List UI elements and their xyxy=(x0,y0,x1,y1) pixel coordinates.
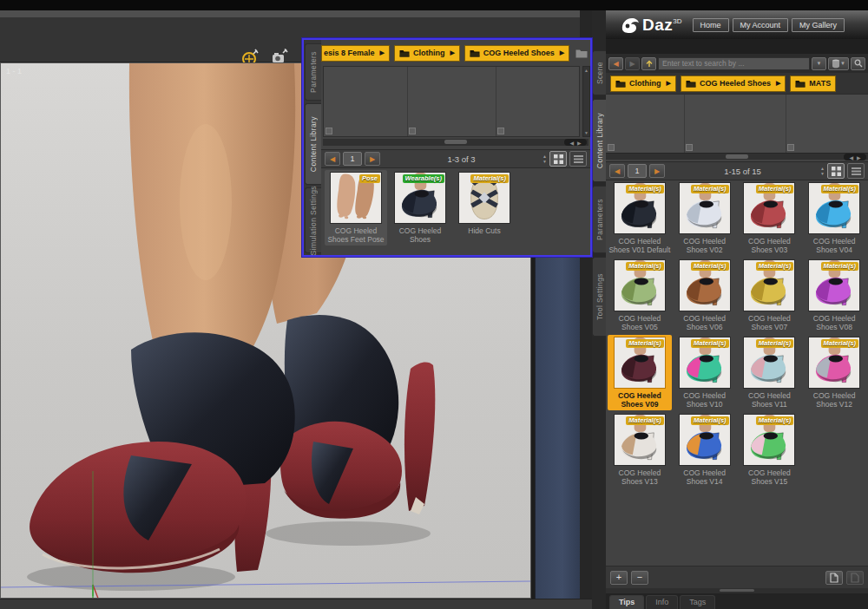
column-scroll-handle[interactable] xyxy=(608,144,615,151)
grid-view-icon[interactable] xyxy=(827,163,845,179)
folder-options-icon[interactable] xyxy=(575,49,588,58)
library-item[interactable]: Material(s)COG Heeled Shoes V12 xyxy=(802,335,866,410)
page-file-icon-disabled xyxy=(846,571,864,585)
search-icon[interactable] xyxy=(851,57,865,70)
item-thumbnail[interactable]: Material(s) xyxy=(743,337,795,389)
scroll-arrows[interactable]: ◀▶ xyxy=(844,154,866,160)
library-item[interactable]: Material(s)COG Heeled Shoes V15 xyxy=(738,412,802,488)
header-spacer xyxy=(606,39,868,54)
item-thumbnail[interactable]: Material(s) xyxy=(679,259,731,311)
library-item[interactable]: Material(s)COG Heeled Shoes V10 xyxy=(673,335,737,410)
tab-tags[interactable]: Tags xyxy=(680,595,715,609)
pagination-bar: ◀ 1 ▶ 1-15 of 15 ▲▼ xyxy=(606,161,868,180)
size-spinner[interactable]: ▲▼ xyxy=(542,154,547,164)
vertical-scrollbar[interactable]: ▲▼ xyxy=(582,66,590,137)
item-thumbnail[interactable]: Pose xyxy=(330,172,382,224)
library-item[interactable]: Wearable(s)COG Heeled Shoes xyxy=(389,170,451,246)
prev-page-button[interactable]: ◀ xyxy=(609,164,625,178)
column-scroll-handle[interactable] xyxy=(686,144,693,151)
item-thumbnail[interactable]: Material(s) xyxy=(808,337,860,389)
tab-content-library-floating[interactable]: Content Library xyxy=(305,103,321,185)
size-spinner[interactable]: ▲▼ xyxy=(820,167,825,176)
list-view-icon[interactable] xyxy=(847,163,865,179)
breadcrumb-mats[interactable]: MATS xyxy=(790,75,836,92)
library-item[interactable]: PoseCOG Heeled Shoes Feet Pose xyxy=(325,170,387,246)
library-item[interactable]: Material(s)COG Heeled Shoes V07 xyxy=(738,258,802,333)
item-thumbnail[interactable]: Material(s) xyxy=(614,414,666,466)
my-account-button[interactable]: My Account xyxy=(733,18,789,32)
item-label: COG Heeled Shoes V03 xyxy=(739,237,801,254)
page-number[interactable]: 1 xyxy=(628,164,647,178)
list-view-icon[interactable] xyxy=(569,151,587,167)
item-thumbnail[interactable]: Material(s) xyxy=(743,182,795,234)
tab-info[interactable]: Info xyxy=(646,595,678,609)
library-item[interactable]: Material(s)COG Heeled Shoes V09 xyxy=(608,335,672,410)
search-options-dropdown[interactable]: ▼ xyxy=(812,57,826,70)
item-label: COG Heeled Shoes V05 xyxy=(608,314,671,331)
horizontal-scrollbar[interactable]: ◀▶ xyxy=(606,153,868,160)
floating-tabstrip: Parameters Content Library Simulation Se… xyxy=(304,40,321,255)
tab-scene[interactable]: Scene xyxy=(592,50,606,95)
tab-content-library[interactable]: Content Library xyxy=(592,99,606,182)
library-item[interactable]: Material(s)COG Heeled Shoes V14 xyxy=(673,412,737,488)
column-scroll-handle[interactable] xyxy=(409,128,416,134)
item-thumbnail[interactable]: Material(s) xyxy=(458,172,510,224)
tab-parameters-floating[interactable]: Parameters xyxy=(305,43,321,101)
library-item[interactable]: Material(s)COG Heeled Shoes V05 xyxy=(608,258,672,333)
daz-logo[interactable]: Daz 3D xyxy=(642,16,682,33)
page-number[interactable]: 1 xyxy=(343,152,362,166)
up-level-button[interactable] xyxy=(641,57,656,70)
library-item[interactable]: Material(s)COG Heeled Shoes V02 xyxy=(673,180,737,256)
tab-tips[interactable]: Tips xyxy=(609,595,644,609)
item-thumbnail[interactable]: Material(s) xyxy=(679,337,731,389)
database-filter-icon[interactable]: ▼ xyxy=(828,57,849,70)
item-thumbnail[interactable]: Material(s) xyxy=(743,259,795,311)
item-thumbnail[interactable]: Material(s) xyxy=(679,414,731,466)
item-label: COG Heeled Shoes V13 xyxy=(608,468,671,486)
tab-parameters[interactable]: Parameters xyxy=(592,186,606,253)
library-item[interactable]: Material(s)Hide Cuts xyxy=(453,170,516,246)
item-thumbnail[interactable]: Material(s) xyxy=(614,337,666,389)
item-thumbnail[interactable]: Material(s) xyxy=(614,259,666,311)
column-scroll-handle[interactable] xyxy=(326,128,332,134)
prev-page-button[interactable]: ◀ xyxy=(325,152,340,166)
add-button[interactable]: + xyxy=(610,571,628,585)
horizontal-scrollbar-floating[interactable]: ◀▶ xyxy=(323,139,589,146)
library-item[interactable]: Material(s)COG Heeled Shoes V04 xyxy=(802,180,866,256)
back-button[interactable]: ◀ xyxy=(608,57,623,70)
breadcrumb-cog-heeled-shoes[interactable]: COG Heeled Shoes▶ xyxy=(681,75,786,92)
next-page-button[interactable]: ▶ xyxy=(365,152,380,166)
tab-simulation-settings-floating[interactable]: Simulation Settings xyxy=(305,187,321,253)
grid-view-icon[interactable] xyxy=(549,151,567,167)
home-button[interactable]: Home xyxy=(693,18,729,32)
item-thumbnail[interactable]: Material(s) xyxy=(743,414,795,466)
breadcrumb-cog-heeled-shoes-floating[interactable]: COG Heeled Shoes▶ xyxy=(464,45,569,62)
library-item[interactable]: Material(s)COG Heeled Shoes V08 xyxy=(802,258,866,333)
breadcrumb-genesis-8-female[interactable]: esis 8 Female▶ xyxy=(321,45,390,62)
item-thumbnail[interactable]: Wearable(s) xyxy=(394,172,446,224)
next-page-button[interactable]: ▶ xyxy=(649,164,665,178)
library-item[interactable]: Material(s)COG Heeled Shoes V06 xyxy=(673,258,737,333)
column-scroll-handle[interactable] xyxy=(787,144,794,151)
item-thumbnail[interactable]: Material(s) xyxy=(808,182,860,234)
column-browser-floating[interactable] xyxy=(323,66,580,137)
item-thumbnail[interactable]: Material(s) xyxy=(614,182,666,234)
column-scroll-handle[interactable] xyxy=(497,128,504,134)
item-thumbnail[interactable]: Material(s) xyxy=(808,259,860,311)
floating-content-library[interactable]: Parameters Content Library Simulation Se… xyxy=(302,38,592,257)
tab-tool-settings[interactable]: Tool Settings xyxy=(592,257,606,337)
item-thumbnail[interactable]: Material(s) xyxy=(679,182,731,234)
forward-button[interactable]: ▶ xyxy=(625,57,640,70)
scroll-arrows[interactable]: ◀▶ xyxy=(564,139,587,146)
library-item[interactable]: Material(s)COG Heeled Shoes V11 xyxy=(738,335,802,410)
column-browser[interactable] xyxy=(606,94,868,153)
my-gallery-button[interactable]: My Gallery xyxy=(792,18,845,32)
library-item[interactable]: Material(s)COG Heeled Shoes V01 Default xyxy=(608,180,672,256)
library-item[interactable]: Material(s)COG Heeled Shoes V13 xyxy=(608,412,672,488)
breadcrumb-clothing-floating[interactable]: Clothing▶ xyxy=(394,45,460,62)
breadcrumb-clothing[interactable]: Clothing▶ xyxy=(610,75,676,92)
library-item[interactable]: Material(s)COG Heeled Shoes V03 xyxy=(738,180,802,256)
page-file-icon[interactable] xyxy=(825,571,843,585)
search-input[interactable] xyxy=(658,57,810,70)
remove-button[interactable]: − xyxy=(631,571,648,585)
